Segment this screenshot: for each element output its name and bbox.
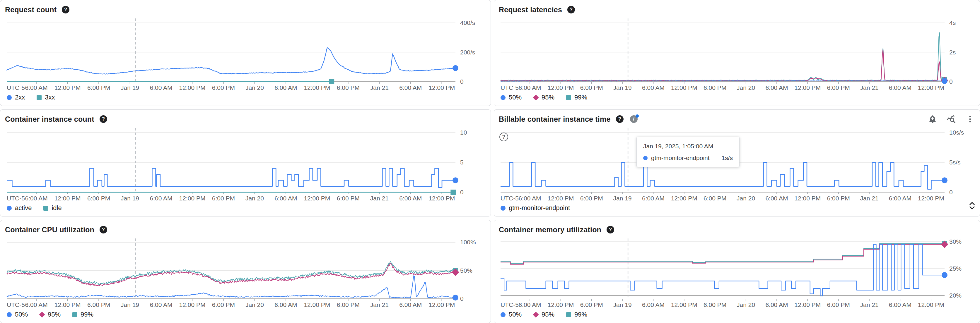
series-dot-icon xyxy=(643,156,648,160)
legend-label: 95% xyxy=(541,93,554,101)
tooltip-series-name: gtm-monitor-endpoint xyxy=(651,155,710,162)
svg-text:6:00 AM: 6:00 AM xyxy=(25,195,48,201)
svg-text:12:00 PM: 12:00 PM xyxy=(304,84,330,91)
svg-text:6:00 PM: 6:00 PM xyxy=(580,84,603,91)
svg-text:0: 0 xyxy=(460,78,464,85)
svg-text:6:00 AM: 6:00 AM xyxy=(274,301,297,308)
square-marker-icon xyxy=(566,312,571,317)
card-header: Container instance count ? xyxy=(5,113,486,125)
card-container-cpu-utilization: Container CPU utilization ? 100%50%0UTC-… xyxy=(0,220,491,323)
legend-item-50-[interactable]: 50% xyxy=(501,93,522,101)
bell-plus-icon xyxy=(928,114,937,124)
kebab-menu-icon[interactable] xyxy=(965,114,975,124)
dashboard-grid: Request count ? 400/s200/s0UTC-56:00 AM1… xyxy=(0,0,980,323)
legend-item-2xx[interactable]: 2xx xyxy=(7,93,25,101)
legend-item-99-[interactable]: 99% xyxy=(72,311,94,318)
legend-item-idle[interactable]: idle xyxy=(43,204,62,212)
svg-text:6:00 AM: 6:00 AM xyxy=(889,84,912,91)
legend-item-gtm-monitor-endpoint[interactable]: gtm-monitor-endpoint xyxy=(501,204,570,212)
add-alert-button[interactable] xyxy=(928,114,937,124)
svg-text:6:00 AM: 6:00 AM xyxy=(399,195,422,201)
card-header: Request count ? xyxy=(5,4,486,16)
legend-label: 2xx xyxy=(15,93,25,101)
legend-label: active xyxy=(15,204,32,212)
svg-text:UTC-5: UTC-5 xyxy=(501,84,519,91)
chart-tooltip: Jan 19, 2025, 1:05:00 AM gtm-monitor-end… xyxy=(636,137,740,167)
svg-text:12:00 PM: 12:00 PM xyxy=(671,84,697,91)
svg-text:6:00 AM: 6:00 AM xyxy=(519,84,541,91)
help-icon[interactable]: ? xyxy=(100,226,107,233)
svg-text:6:00 AM: 6:00 AM xyxy=(274,195,297,201)
svg-text:4s: 4s xyxy=(949,19,956,26)
svg-text:6:00 PM: 6:00 PM xyxy=(703,195,726,201)
chart-legend: activeidle xyxy=(5,202,486,214)
svg-text:6:00 AM: 6:00 AM xyxy=(642,301,665,308)
svg-text:Jan 21: Jan 21 xyxy=(860,195,879,201)
legend-label: 3xx xyxy=(45,93,55,101)
container-instance-count-chart[interactable]: 1050UTC-56:00 AM12:00 PM6:00 PMJan 196:0… xyxy=(5,125,486,202)
tooltip-value: 1s/s xyxy=(710,155,733,162)
svg-text:6:00 PM: 6:00 PM xyxy=(337,84,360,91)
svg-text:6:00 PM: 6:00 PM xyxy=(703,301,726,308)
svg-text:UTC-5: UTC-5 xyxy=(7,301,25,308)
legend-label: 50% xyxy=(509,311,522,318)
legend-item-99-[interactable]: 99% xyxy=(566,311,587,318)
expand-collapse-chevrons-icon[interactable] xyxy=(969,201,975,210)
svg-text:10: 10 xyxy=(460,129,467,136)
svg-text:0: 0 xyxy=(949,78,953,85)
help-icon[interactable]: ? xyxy=(567,6,575,13)
svg-text:0: 0 xyxy=(460,295,464,302)
legend-item-3xx[interactable]: 3xx xyxy=(37,93,55,101)
svg-text:6:00 AM: 6:00 AM xyxy=(519,195,541,201)
square-marker-icon xyxy=(43,206,48,211)
svg-text:6:00 PM: 6:00 PM xyxy=(87,84,110,91)
svg-text:Jan 21: Jan 21 xyxy=(370,84,389,91)
info-icon[interactable]: i xyxy=(630,115,638,123)
legend-item-50-[interactable]: 50% xyxy=(7,311,28,318)
legend-label: 99% xyxy=(574,311,587,318)
svg-text:Jan 19: Jan 19 xyxy=(613,195,632,201)
svg-text:12:00 PM: 12:00 PM xyxy=(918,195,944,201)
svg-text:Jan 20: Jan 20 xyxy=(245,84,264,91)
chart-title: Request count xyxy=(5,6,57,14)
kebab-dots xyxy=(966,115,974,124)
legend-label: idle xyxy=(51,204,62,212)
legend-label: 99% xyxy=(81,311,94,318)
svg-text:6:00 AM: 6:00 AM xyxy=(25,301,48,308)
svg-text:50%: 50% xyxy=(460,267,473,274)
svg-text:12:00 PM: 12:00 PM xyxy=(428,301,455,308)
svg-text:12:00 PM: 12:00 PM xyxy=(179,195,205,201)
svg-text:6:00 PM: 6:00 PM xyxy=(337,301,360,308)
svg-text:200/s: 200/s xyxy=(460,49,475,55)
container-cpu-utilization-chart[interactable]: 100%50%0UTC-56:00 AM12:00 PM6:00 PMJan 1… xyxy=(5,236,486,309)
legend-item-95-[interactable]: 95% xyxy=(533,311,554,318)
help-icon[interactable]: ? xyxy=(616,115,624,123)
svg-text:Jan 20: Jan 20 xyxy=(245,195,264,201)
help-icon[interactable]: ? xyxy=(606,226,614,233)
help-icon[interactable]: ? xyxy=(62,6,69,13)
legend-item-50-[interactable]: 50% xyxy=(501,311,522,318)
view-in-metrics-explorer-button[interactable] xyxy=(946,114,956,124)
request-count-chart[interactable]: 400/s200/s0UTC-56:00 AM12:00 PM6:00 PMJa… xyxy=(5,16,486,92)
chart-help-overlay-icon[interactable]: ? xyxy=(500,133,508,141)
container-memory-utilization-chart[interactable]: 30%25%20%UTC-56:00 AM12:00 PM6:00 PMJan … xyxy=(499,236,975,309)
request-latencies-chart[interactable]: 4s2s0UTC-56:00 AM12:00 PM6:00 PMJan 196:… xyxy=(499,16,975,92)
legend-item-99-[interactable]: 99% xyxy=(566,93,587,101)
svg-text:Jan 20: Jan 20 xyxy=(245,301,264,308)
svg-text:6:00 AM: 6:00 AM xyxy=(25,84,48,91)
svg-text:12:00 PM: 12:00 PM xyxy=(547,301,574,308)
svg-text:25%: 25% xyxy=(949,265,961,272)
tooltip-row: gtm-monitor-endpoint 1s/s xyxy=(643,155,733,162)
dot-marker-icon xyxy=(501,206,506,211)
help-icon[interactable]: ? xyxy=(100,115,107,123)
legend-label: 50% xyxy=(509,93,522,101)
legend-item-95-[interactable]: 95% xyxy=(533,93,554,101)
legend-item-95-[interactable]: 95% xyxy=(40,311,60,318)
svg-text:12:00 PM: 12:00 PM xyxy=(547,84,574,91)
legend-label: 99% xyxy=(574,93,587,101)
svg-text:400/s: 400/s xyxy=(460,19,475,26)
legend-item-active[interactable]: active xyxy=(7,204,32,212)
svg-text:12:00 PM: 12:00 PM xyxy=(54,195,81,201)
svg-text:12:00 PM: 12:00 PM xyxy=(304,195,330,201)
svg-text:2s: 2s xyxy=(949,49,956,55)
